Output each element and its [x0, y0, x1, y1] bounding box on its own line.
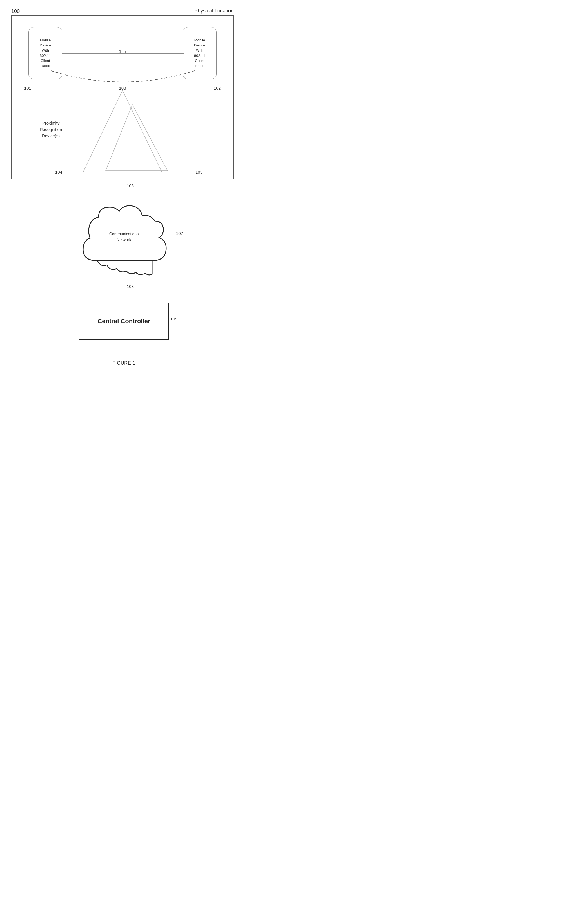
diagram-number: 100 [11, 8, 20, 15]
central-controller-box: Central Controller [79, 303, 169, 340]
physical-location-label: Physical Location [194, 8, 234, 14]
svg-marker-1 [106, 105, 168, 171]
location-box: MobileDeviceWith802.11ClientRadio Mobile… [11, 16, 234, 179]
svg-marker-0 [83, 91, 162, 172]
line-to-controller [124, 280, 124, 303]
central-controller-label: Central Controller [97, 317, 150, 325]
figure-caption: FIGURE 1 [112, 361, 136, 366]
label-101: 101 [24, 86, 31, 91]
proximity-triangle [78, 87, 168, 175]
multiplicity-label: 1..n [119, 49, 126, 54]
label-104: 104 [55, 170, 62, 175]
line-to-cloud [124, 179, 124, 201]
comm-network-label: CommunicationsNetwork [109, 231, 139, 243]
label-105: 105 [195, 170, 202, 175]
label-102: 102 [214, 86, 221, 91]
label-107: 107 [176, 231, 183, 236]
proximity-label: ProximityRecognitionDevice(s) [40, 120, 62, 139]
label-106: 106 [127, 183, 134, 188]
label-109: 109 [170, 316, 178, 321]
label-108: 108 [127, 284, 134, 289]
